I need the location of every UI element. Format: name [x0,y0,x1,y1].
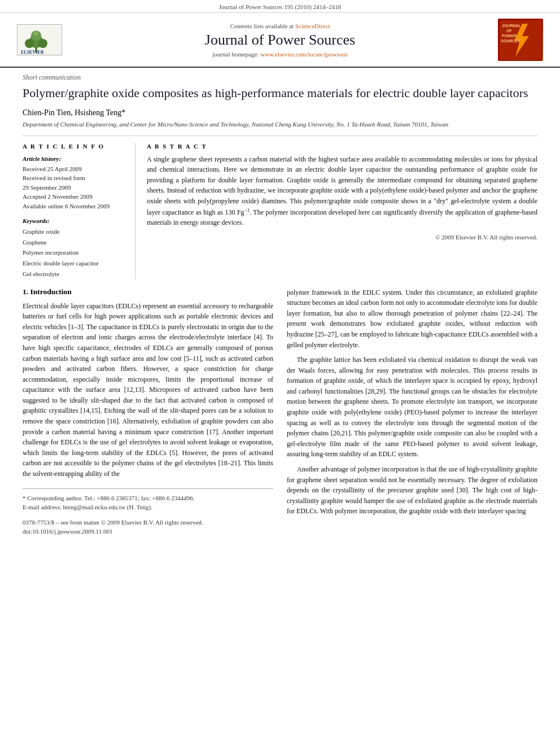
svg-point-3 [25,39,34,48]
keyword-5: Gel electrolyte [23,269,126,279]
authors-line: Chien-Pin Tien, Hsisheng Teng* [23,108,537,117]
intro-para-1: Electrical double layer capacitors (EDLC… [23,301,273,479]
affiliation-text: Department of Chemical Engineering, and … [23,121,537,128]
available-online-line: Available online 6 November 2009 [23,202,126,211]
page-wrapper: Journal of Power Sources 195 (2010) 2414… [0,0,560,542]
received-line: Received 25 April 2009 [23,164,126,174]
homepage-url[interactable]: www.elsevier.com/locate/jpowsour [260,51,347,58]
abstract-heading: A B S T R A C T [147,143,537,150]
section-title-text: Introduction [30,287,72,296]
authors-text: Chien-Pin Tien, Hsisheng Teng* [23,108,125,117]
right-para-2: The graphite lattice has been exfoliated… [287,355,537,460]
article-info-heading: A R T I C L E I N F O [23,143,126,150]
svg-point-4 [38,39,47,48]
abstract-text: A single graphene sheet represents a car… [147,154,537,228]
homepage-label: journal homepage: [212,51,259,58]
body-text-section: 1. Introduction Electrical double layer … [23,287,537,536]
keywords-list: Graphite oxide Graphene Polymer incorpor… [23,226,126,279]
right-column-body-text: polymer framework in the EDLC system. Un… [287,287,537,517]
keyword-3: Polymer incorporation [23,247,126,258]
abstract-column: A B S T R A C T A single graphene sheet … [147,143,537,279]
contents-text: Contents lists available at [230,23,294,29]
article-title: Polymer/graphite oxide composites as hig… [23,85,537,102]
article-history-label: Article history: [23,155,126,162]
svg-text:OF: OF [506,29,512,33]
svg-text:ELSEVIER: ELSEVIER [21,50,44,55]
footnote-issn: 0378-7753/$ – see front matter © 2009 El… [23,518,273,527]
journal-power-sources-logo: JOURNAL OF POWER SOURCES [498,19,543,61]
journal-center: Contents lists available at ScienceDirec… [62,23,498,58]
accepted-line: Accepted 2 November 2009 [23,192,126,202]
body-left-column: 1. Introduction Electrical double layer … [23,287,273,536]
footnote-corresponding: * Corresponding author. Tel.: +886 6 238… [23,493,273,503]
keyword-4: Electric double layer capacitor [23,258,126,269]
footnote-email: E-mail address: hteng@mail.ncku.edu.tw (… [23,503,273,512]
footnote-doi: doi:10.1016/j.jpowsour.2009.11.001 [23,527,273,536]
revised-form-line: Received in revised form [23,173,126,183]
journal-homepage-line: journal homepage: www.elsevier.com/locat… [73,51,487,58]
right-para-1: polymer framework in the EDLC system. Un… [287,287,537,351]
article-info-abstract-section: A R T I C L E I N F O Article history: R… [23,136,537,279]
right-para-3: Another advantage of polymer incorporati… [287,464,537,517]
svg-text:POWER: POWER [502,34,517,38]
journal-citation-bar: Journal of Power Sources 195 (2010) 2414… [0,0,560,13]
section-number: 1. [23,287,28,296]
article-info-column: A R T I C L E I N F O Article history: R… [23,143,135,279]
introduction-body-text: Electrical double layer capacitors (EDLC… [23,301,273,479]
article-type: Short communication [23,73,537,82]
introduction-heading: 1. Introduction [23,287,273,296]
body-right-column: polymer framework in the EDLC system. Un… [287,287,537,536]
elsevier-logo: ELSEVIER [17,24,62,55]
contents-line: Contents lists available at ScienceDirec… [73,23,487,29]
svg-text:JOURNAL: JOURNAL [502,24,522,28]
journal-title-heading: Journal of Power Sources [73,32,487,49]
svg-text:SOURCES: SOURCES [501,39,520,43]
journal-citation-text: Journal of Power Sources 195 (2010) 2414… [219,3,341,10]
received-text: Received 25 April 2009 Received in revis… [23,164,126,211]
journal-header: ELSEVIER Contents lists available at Sci… [0,13,560,68]
keyword-1: Graphite oxide [23,226,126,237]
keywords-label: Keywords: [23,217,126,224]
svg-point-6 [34,31,38,36]
sciencedirect-link[interactable]: ScienceDirect [295,23,330,29]
keyword-2: Graphene [23,237,126,248]
footnote-section: * Corresponding author. Tel.: +886 6 238… [23,488,273,536]
revised-date-line: 29 September 2009 [23,183,126,193]
copyright-line: © 2009 Elsevier B.V. All rights reserved… [147,234,537,241]
article-content: Short communication Polymer/graphite oxi… [0,68,560,542]
